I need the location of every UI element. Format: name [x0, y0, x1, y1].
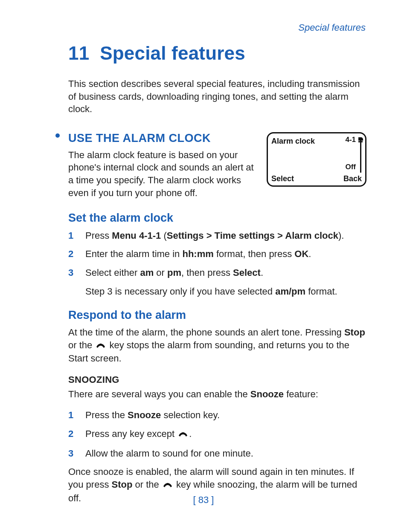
respond-text: key stops the alarm from sounding, and r…: [68, 340, 349, 364]
step-text: or: [154, 267, 167, 278]
step-bold: Settings > Time settings > Alarm clock: [167, 230, 338, 241]
section-heading-use-alarm: USE THE ALARM CLOCK: [68, 130, 366, 146]
chapter-number: 11: [68, 43, 89, 64]
end-call-icon: [95, 340, 107, 353]
snoozing-steps: 1 Press the Snooze selection key. 2 Pres…: [68, 409, 366, 460]
snoozing-bold: Snooze: [250, 389, 284, 399]
snoozing-text: There are several ways you can enable th…: [68, 389, 250, 399]
step-bold: hh:mm: [182, 249, 213, 259]
step-bold: am: [140, 267, 154, 278]
chapter-intro: This section describes several special f…: [68, 78, 366, 116]
list-item: 2 Press any key except .: [85, 428, 366, 441]
subheading-set-alarm: Set the alarm clock: [68, 210, 366, 226]
step-bold: Select: [233, 267, 261, 278]
step-text: (: [161, 230, 166, 241]
snoozing-bold: Stop: [112, 479, 133, 490]
respond-text: or the: [68, 340, 95, 350]
screen-status: Off: [345, 162, 356, 172]
list-item: 2 Enter the alarm time in hh:mm format, …: [85, 248, 366, 260]
subheading-snoozing: SNOOZING: [68, 373, 366, 386]
step-number: 2: [68, 428, 73, 440]
step-text: Allow the alarm to sound for one minute.: [85, 448, 253, 459]
snoozing-text: feature:: [284, 389, 318, 399]
snoozing-text: or the: [132, 479, 161, 490]
page-number: [ 83 ]: [0, 494, 407, 506]
end-call-icon: [162, 479, 174, 492]
snoozing-intro: There are several ways you can enable th…: [68, 388, 366, 401]
running-header: Special features: [68, 21, 366, 34]
step-text: ).: [338, 230, 344, 241]
step-number: 3: [68, 266, 73, 279]
step-text: .: [261, 267, 263, 278]
list-item: 3 Select either am or pm, then press Sel…: [85, 266, 366, 279]
step-number: 1: [68, 229, 73, 242]
step-number: 1: [68, 409, 73, 422]
list-item: 1 Press Menu 4-1-1 (Settings > Time sett…: [85, 229, 366, 242]
step-text: format, then press: [214, 249, 295, 259]
step-text: Press: [85, 230, 112, 241]
step-text: selection key.: [161, 410, 220, 420]
softkey-left: Select: [271, 173, 294, 184]
bullet-icon: [55, 133, 60, 138]
note-bold: am/pm: [275, 286, 305, 297]
subheading-respond: Respond to the alarm: [68, 307, 366, 323]
note-text: Step 3 is necessary only if you have sel…: [85, 286, 275, 297]
chapter-name: Special features: [100, 43, 245, 64]
step-text: .: [189, 428, 192, 439]
step-bold: Menu 4-1-1: [112, 230, 161, 241]
respond-body: At the time of the alarm, the phone soun…: [68, 326, 366, 365]
step-text: Press any key except: [85, 428, 177, 439]
set-alarm-note: Step 3 is necessary only if you have sel…: [68, 285, 366, 298]
step-text: Enter the alarm time in: [85, 249, 182, 259]
section-heading-text: USE THE ALARM CLOCK: [68, 132, 211, 145]
step-bold: pm: [167, 267, 181, 278]
list-item: 3 Allow the alarm to sound for one minut…: [85, 447, 366, 460]
step-text: Select either: [85, 267, 140, 278]
set-alarm-steps: 1 Press Menu 4-1-1 (Settings > Time sett…: [68, 229, 366, 279]
step-bold: OK: [294, 249, 308, 259]
step-text: .: [308, 249, 311, 259]
step-text: Press the: [85, 410, 128, 420]
list-item: 1 Press the Snooze selection key.: [85, 409, 366, 422]
step-bold: Snooze: [128, 410, 161, 420]
end-call-icon: [177, 428, 189, 441]
chapter-title: 11 Special features: [68, 40, 366, 66]
step-text: , then press: [181, 267, 233, 278]
softkey-right: Back: [343, 173, 362, 184]
step-number: 2: [68, 248, 73, 260]
step-number: 3: [68, 447, 73, 460]
respond-bold: Stop: [344, 327, 365, 338]
respond-text: At the time of the alarm, the phone soun…: [68, 327, 344, 338]
note-text: format.: [305, 286, 337, 297]
